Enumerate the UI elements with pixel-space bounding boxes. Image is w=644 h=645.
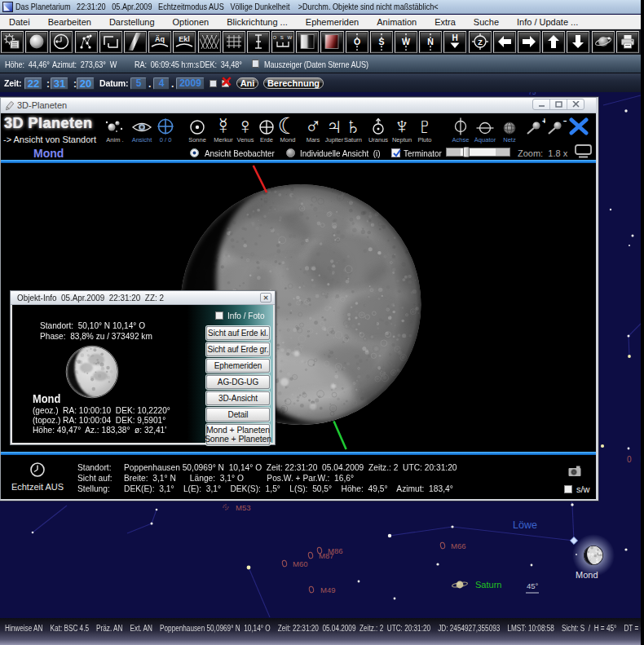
sicht-auf-erde-kl-button[interactable]: Sicht auf Erde kl. bbox=[206, 326, 270, 340]
horizon-button[interactable]: O S W bbox=[271, 31, 294, 53]
ani-checkbox[interactable] bbox=[210, 80, 217, 87]
view-east-button[interactable]: O bbox=[346, 31, 368, 53]
svg-text:O: O bbox=[354, 37, 360, 46]
planet-sonne[interactable]: Sonne bbox=[184, 117, 210, 144]
app-icon bbox=[2, 2, 13, 12]
planet-pluto[interactable]: ♇Pluto bbox=[412, 117, 438, 144]
toggle-achse[interactable]: Achse bbox=[448, 117, 474, 144]
dek-readout: DEK: 34,48° bbox=[200, 60, 242, 69]
maximize-button[interactable] bbox=[550, 99, 567, 109]
pan-left-button[interactable] bbox=[493, 31, 516, 53]
statuspanel-value-0: Poppenhausen 50,0969° N 10,14° O Zeit: 2… bbox=[124, 462, 457, 472]
settings-button[interactable] bbox=[1, 31, 24, 53]
menu-item-datei[interactable]: Datei bbox=[0, 15, 39, 29]
zoom-readout: Zoom: 1.8 x bbox=[518, 148, 567, 158]
menu-item-darstellung[interactable]: Darstellung bbox=[100, 15, 164, 29]
menu-item-info-update[interactable]: Info / Update ... bbox=[508, 15, 587, 29]
menu-item-animation[interactable]: Animation bbox=[368, 15, 426, 29]
toggle-netz[interactable]: Netz bbox=[496, 117, 523, 144]
berechnung-button[interactable]: Berechnung bbox=[263, 77, 324, 89]
dialog-close-button[interactable]: ✕ bbox=[260, 293, 271, 303]
zoom-slider[interactable] bbox=[446, 148, 510, 157]
mauszeiger-checkbox[interactable] bbox=[252, 60, 259, 68]
day-field[interactable]: 5 bbox=[130, 77, 147, 90]
objekt-info-title-bar[interactable]: Objekt-Info 05.Apr.2009 22:31:20 ZZ: 2 ✕ bbox=[11, 291, 275, 305]
net-diagonal-button[interactable] bbox=[198, 31, 221, 53]
monitor-button[interactable] bbox=[575, 144, 593, 160]
anim-control[interactable]: Anim . bbox=[102, 117, 128, 144]
close-view-button[interactable] bbox=[568, 117, 589, 137]
menu-item-suche[interactable]: Suche bbox=[465, 15, 508, 29]
year-field[interactable]: 2009 bbox=[176, 77, 205, 90]
sw-label: s/w bbox=[576, 484, 590, 494]
equator-grid-button[interactable]: Äq bbox=[148, 31, 171, 53]
zoom-out-button[interactable]: − bbox=[546, 117, 567, 137]
zoom-in-button[interactable]: + bbox=[525, 117, 546, 137]
month-field[interactable]: 4 bbox=[153, 77, 170, 90]
date-separator: . bbox=[171, 78, 174, 90]
ephemeriden-button[interactable]: Ephemeriden bbox=[206, 359, 270, 373]
mond-sonne-planeten-button[interactable]: Mond + PlanetenSonne + Planeten bbox=[206, 424, 270, 445]
pan-down-button[interactable] bbox=[567, 31, 589, 53]
counter-control[interactable]: 0 / 0 bbox=[152, 117, 179, 144]
meridian-button[interactable] bbox=[247, 31, 270, 53]
constellation-lines-button[interactable] bbox=[75, 31, 98, 53]
globe-orbit-button[interactable] bbox=[592, 31, 615, 53]
view-zenith-button[interactable]: Z bbox=[469, 31, 492, 53]
clock-button[interactable] bbox=[50, 31, 73, 53]
view-south-button[interactable]: S bbox=[370, 31, 393, 53]
planet-saturn[interactable]: ♄Saturn bbox=[340, 117, 366, 144]
ansicht-control[interactable]: Ansicht bbox=[129, 117, 155, 144]
edge-label: 0 N bbox=[627, 455, 641, 464]
phase-bw-button[interactable] bbox=[296, 31, 319, 53]
ag-dg-ug-button[interactable]: AG-DG-UG bbox=[206, 375, 270, 389]
toggle-aequator[interactable]: Äquator bbox=[472, 117, 498, 144]
toggle-aequator-icon bbox=[472, 117, 498, 135]
svg-text:+: + bbox=[542, 117, 545, 126]
sw-checkbox[interactable] bbox=[564, 485, 572, 493]
slider-handle[interactable] bbox=[463, 147, 470, 157]
terminator-checkbox[interactable] bbox=[391, 148, 400, 157]
grid-button[interactable] bbox=[223, 31, 245, 53]
menu-item-blickrichtung[interactable]: Blickrichtung ... bbox=[218, 15, 297, 29]
detail-button[interactable]: Detail bbox=[206, 408, 270, 422]
stop-animation-icon[interactable]: ✕ bbox=[218, 76, 234, 90]
messier-label-m60: M60 bbox=[293, 559, 307, 568]
planet-uranus[interactable]: Uranus bbox=[365, 117, 391, 144]
toggle-aequator-label: Äquator bbox=[472, 136, 498, 144]
view-horizon-down-button[interactable]: H bbox=[443, 31, 466, 53]
ani-button[interactable]: Ani bbox=[236, 77, 258, 89]
milky-way-button[interactable] bbox=[124, 31, 147, 53]
minimize-button[interactable] bbox=[533, 99, 550, 109]
view-west-button[interactable]: W bbox=[395, 31, 417, 53]
menu-item-bearbeiten[interactable]: Bearbeiten bbox=[39, 15, 100, 29]
slider-left-zone[interactable] bbox=[447, 148, 461, 156]
sicht-auf-erde-gr-button[interactable]: Sicht auf Erde gr. bbox=[206, 342, 270, 356]
minutes-field[interactable]: 31 bbox=[51, 77, 68, 90]
pan-right-button[interactable] bbox=[518, 31, 540, 53]
menu-item-extra[interactable]: Extra bbox=[426, 15, 465, 29]
view-north-button[interactable]: N bbox=[419, 31, 442, 53]
info-foto-checkbox[interactable] bbox=[215, 311, 223, 320]
menu-item-optionen[interactable]: Optionen bbox=[164, 15, 218, 29]
window-heading: 3D Planeten bbox=[4, 115, 93, 132]
planet-mond[interactable]: ☾Mond bbox=[275, 117, 301, 144]
planet-sphere-button[interactable] bbox=[25, 31, 48, 53]
3d-ansicht-button[interactable]: 3D-Ansicht bbox=[206, 391, 270, 405]
close-button[interactable] bbox=[567, 99, 584, 109]
camera-icon[interactable] bbox=[568, 466, 582, 477]
phase-red-button[interactable] bbox=[320, 31, 343, 53]
ecliptic-grid-button[interactable]: Ekl bbox=[173, 31, 196, 53]
hours-field[interactable]: 22 bbox=[24, 77, 42, 90]
pan-up-button[interactable] bbox=[542, 31, 565, 53]
menu-item-ephemeriden[interactable]: Ephemeriden bbox=[297, 15, 368, 29]
individuelle-ansicht-radio[interactable] bbox=[286, 148, 295, 157]
seconds-field[interactable]: 20 bbox=[77, 77, 95, 90]
net-diagonal-icon bbox=[200, 33, 219, 51]
planeten-window-title-bar[interactable]: 3D-Planeten bbox=[1, 98, 596, 113]
constellation-borders-button[interactable] bbox=[99, 31, 122, 53]
slider-right-zone[interactable] bbox=[496, 148, 509, 156]
print-button[interactable] bbox=[616, 31, 639, 53]
ansicht-beobachter-radio[interactable] bbox=[190, 148, 199, 157]
ansicht-control-icon bbox=[129, 117, 155, 135]
